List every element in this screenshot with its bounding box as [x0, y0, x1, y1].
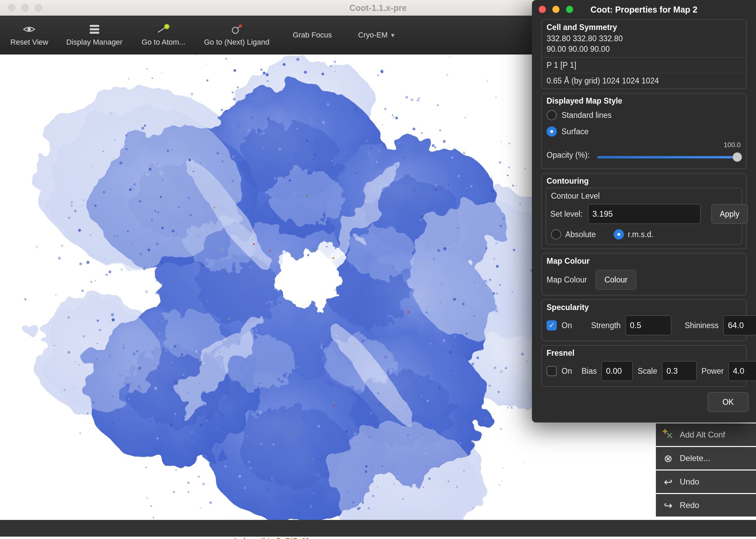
opacity-slider-knob[interactable]: [733, 152, 742, 162]
layers-stack-icon: [88, 24, 100, 35]
dialog-minimize-icon[interactable]: [552, 6, 560, 13]
opacity-label: Opacity (%):: [547, 151, 590, 162]
undo-icon: ↩: [662, 476, 674, 488]
opacity-slider-track: [597, 156, 741, 158]
bias-input[interactable]: [601, 361, 633, 381]
undo-button[interactable]: ↩ Undo: [656, 471, 756, 493]
rmsd-label: r.m.s.d.: [628, 230, 653, 239]
reset-view-button[interactable]: Reset View: [11, 16, 48, 55]
cell-angles: 90.00 90.00 90.00: [542, 44, 746, 55]
fresnel-on-label: On: [562, 367, 572, 376]
dialog-close-icon[interactable]: [539, 6, 546, 13]
absolute-label: Absolute: [565, 230, 596, 239]
display-manager-button[interactable]: Display Manager: [66, 16, 122, 55]
delete-button[interactable]: ⊗ Delete...: [656, 447, 756, 469]
surface-radio[interactable]: [547, 126, 557, 137]
set-level-label: Set level:: [550, 210, 583, 219]
contour-level-input[interactable]: [588, 204, 700, 224]
opacity-value: 100.0: [597, 141, 741, 149]
right-toolbar: Add Alt Conf ⊗ Delete... ↩ Undo ↪ Redo: [656, 423, 756, 518]
power-label: Power: [702, 367, 724, 376]
cell-symmetry-header: Cell and Symmetry: [542, 20, 746, 33]
fresnel-section: Fresnel ✓ On Bias Scale Power: [541, 345, 746, 387]
colour-button[interactable]: Colour: [596, 270, 636, 290]
redo-label: Redo: [680, 500, 699, 510]
map-colour-header: Map Colour: [542, 253, 746, 267]
add-alt-conf-button[interactable]: Add Alt Conf: [656, 423, 756, 446]
shininess-label: Shininess: [685, 321, 719, 330]
delete-label: Delete...: [680, 453, 710, 463]
ok-button[interactable]: OK: [708, 392, 749, 412]
redo-icon: ↪: [662, 499, 674, 511]
shininess-input[interactable]: [723, 315, 756, 335]
clipped-atom-label: Indexmthin 3 C/C 11: [234, 537, 310, 539]
scale-label: Scale: [637, 367, 657, 376]
surface-option[interactable]: Surface: [542, 123, 746, 140]
contour-level-label: Contour Level: [550, 190, 738, 204]
display-manager-label: Display Manager: [66, 38, 122, 47]
goto-ligand-button[interactable]: Go to (Next) Ligand: [204, 16, 269, 55]
apply-button[interactable]: Apply: [711, 204, 748, 224]
dialog-title: Coot: Properties for Map 2: [532, 0, 756, 19]
scale-input[interactable]: [662, 361, 697, 381]
map-colour-label: Map Colour: [547, 275, 587, 284]
cryo-em-menu-button[interactable]: Cryo-EM ▾: [358, 16, 395, 55]
map-style-header: Displayed Map Style: [542, 93, 746, 107]
standard-lines-label: Standard lines: [562, 111, 612, 120]
status-bar: [ 0 "pdb7p9b.ent"] CA /1/A/41 PHE occ: 1…: [0, 520, 756, 537]
fresnel-header: Fresnel: [542, 345, 746, 359]
bias-label: Bias: [582, 367, 597, 376]
map-style-section: Displayed Map Style Standard lines Surfa…: [541, 93, 746, 169]
ligand-icon: [230, 24, 243, 35]
reset-view-label: Reset View: [11, 38, 48, 47]
reset-view-eye-icon: [22, 24, 37, 35]
atom-arrow-icon: [157, 24, 170, 35]
contouring-section: Contouring Contour Level Set level: Appl…: [541, 173, 746, 249]
grid-sampling: 0.65 Å (by grid) 1024 1024 1024: [542, 73, 746, 89]
dialog-titlebar: Coot: Properties for Map 2: [532, 0, 756, 19]
standard-lines-option[interactable]: Standard lines: [542, 107, 746, 123]
contour-level-frame: Contour Level Set level: Apply Absolute …: [546, 188, 742, 245]
check-icon: ✓: [549, 321, 555, 329]
absolute-radio[interactable]: [551, 229, 561, 240]
power-input[interactable]: [728, 361, 756, 381]
specularity-header: Specularity: [542, 300, 746, 313]
dialog-maximize-icon[interactable]: [566, 6, 573, 13]
grab-focus-label: Grab Focus: [293, 31, 332, 40]
opacity-control: Opacity (%): 100.0: [542, 140, 746, 169]
map-properties-dialog: Coot: Properties for Map 2 Cell and Symm…: [532, 0, 756, 422]
specularity-section: Specularity ✓ On Strength Shininess: [541, 299, 746, 341]
chevron-down-icon: ▾: [391, 31, 394, 39]
map-colour-section: Map Colour Map Colour Colour: [541, 253, 746, 295]
spacegroup: P 1 [P 1]: [542, 57, 746, 73]
goto-atom-button[interactable]: Go to Atom...: [142, 16, 185, 55]
cell-dimensions: 332.80 332.80 332.80: [542, 33, 746, 44]
cryo-em-label: Cryo-EM: [358, 31, 388, 40]
goto-ligand-label: Go to (Next) Ligand: [204, 38, 269, 47]
strength-input[interactable]: [626, 315, 671, 335]
fresnel-on-checkbox[interactable]: ✓: [547, 366, 557, 376]
undo-label: Undo: [680, 477, 699, 487]
specularity-on-checkbox[interactable]: ✓: [547, 320, 557, 330]
redo-button[interactable]: ↪ Redo: [656, 494, 756, 517]
grab-focus-button[interactable]: Grab Focus: [293, 16, 332, 55]
specularity-on-label: On: [562, 321, 572, 330]
standard-lines-radio[interactable]: [547, 110, 557, 120]
delete-icon: ⊗: [662, 452, 674, 464]
strength-label: Strength: [591, 321, 621, 330]
contouring-header: Contouring: [542, 173, 746, 187]
add-alt-conf-icon: [662, 429, 674, 441]
add-alt-conf-label: Add Alt Conf: [680, 430, 725, 440]
goto-atom-label: Go to Atom...: [142, 38, 185, 47]
opacity-slider[interactable]: [597, 152, 741, 162]
surface-label: Surface: [562, 127, 588, 136]
rmsd-radio[interactable]: [614, 229, 624, 240]
cell-symmetry-section: Cell and Symmetry 332.80 332.80 332.80 9…: [541, 19, 746, 89]
